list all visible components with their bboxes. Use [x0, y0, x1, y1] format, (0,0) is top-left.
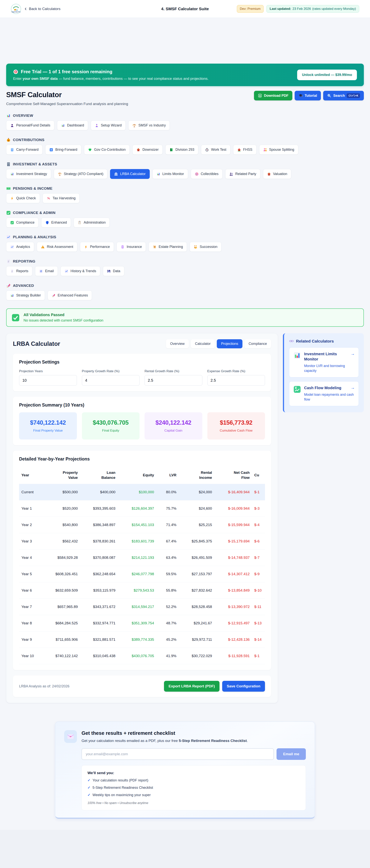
setting-input-property-growth-rate[interactable] — [82, 375, 140, 385]
couple-icon — [263, 148, 267, 152]
rocket-icon — [6, 283, 11, 288]
calculator-navigation: OVERVIEWPersonal/Fund DetailsDashboardSe… — [6, 113, 364, 300]
search-icon — [327, 93, 331, 98]
last-updated-badge: Last updated: 23 Feb 2026 (rates updated… — [266, 5, 359, 13]
save-configuration-button[interactable]: Save Configuration — [222, 681, 265, 692]
tutorial-button[interactable]: Tutorial — [295, 91, 321, 100]
stopwatch-icon — [205, 148, 209, 152]
svg-text:$: $ — [8, 140, 9, 142]
send-list-item: ✓Your calculation results (PDF report) — [88, 778, 300, 782]
check-icon: ✓ — [88, 778, 90, 782]
nav-item-tax-harvesting[interactable]: Tax Harvesting — [42, 193, 80, 203]
nav-item-succession[interactable]: Succession — [190, 242, 221, 252]
tab-overview[interactable]: Overview — [166, 339, 189, 348]
unlock-unlimited-button[interactable]: Unlock unlimited — $39.99/mo — [297, 70, 357, 80]
nav-item-performance[interactable]: Performance — [80, 242, 114, 252]
nav-item-valuation[interactable]: Valuation — [263, 169, 291, 179]
supercalc-logo-icon[interactable]: SuperCalc Pro — [11, 4, 21, 14]
summary-cumulative-cash-flow: $156,773.92Cumulative Cash Flow — [207, 412, 265, 439]
nav-item-carry-forward[interactable]: Carry-Forward — [6, 145, 42, 155]
bar-chart-icon — [156, 172, 160, 176]
projection-row-year-10: Year 10$740,122.142$310,045.438$430,076.… — [19, 648, 265, 664]
nav-item-bring-forward[interactable]: Bring-Forward — [45, 145, 81, 155]
nav-item-analytics[interactable]: Analytics — [6, 242, 34, 252]
nav-item-collectibles[interactable]: Collectibles — [191, 169, 223, 179]
setting-input-expense-growth-rate[interactable] — [207, 375, 265, 385]
person-icon — [10, 124, 14, 127]
nav-item-insurance[interactable]: Insurance — [117, 242, 146, 252]
nav-item-reports[interactable]: Reports — [6, 266, 32, 276]
email-input[interactable] — [82, 748, 274, 760]
last-updated-note: (rates updated every Monday) — [312, 7, 356, 11]
related-calculators-panel: Related Calculators Investment Limits Mo… — [283, 333, 364, 412]
nav-item-strategy-builder[interactable]: Strategy Builder — [6, 290, 45, 300]
nav-item-risk-assessment[interactable]: Risk Assessment — [37, 242, 77, 252]
projection-row-year-9: Year 9$711,655.906$321,881.571$389,774.3… — [19, 631, 265, 648]
validation-subtitle: No issues detected with current SMSF con… — [24, 318, 103, 322]
trial-title: Free Trial — 1 of 1 free session remaini… — [21, 69, 112, 74]
nav-item-history-trends[interactable]: History & Trends — [61, 266, 100, 276]
shield-icon — [45, 221, 49, 224]
back-link[interactable]: ‹ Back to Calculators — [25, 6, 61, 11]
projections-table: YearProperty ValueLoan BalanceEquityLVRR… — [19, 466, 265, 664]
nav-item-fhss[interactable]: FHSS — [233, 145, 256, 155]
nav-item-strategy-ato-compliant[interactable]: Strategy (ATO Compliant) — [54, 169, 107, 179]
nav-item-limits-monitor[interactable]: Limits Monitor — [152, 169, 188, 179]
export-report-button[interactable]: Export LRBA Report (PDF) — [164, 681, 219, 692]
nav-item-smsf-vs-industry[interactable]: SMSF vs Industry — [128, 121, 170, 130]
nav-item-estate-planning[interactable]: Estate Planning — [149, 242, 187, 252]
nav-section-heading: INVESTMENT & ASSETS — [6, 162, 364, 166]
tab-calculator[interactable]: Calculator — [191, 339, 215, 348]
col-loan-balance: Loan Balance — [80, 466, 118, 484]
love-letter-icon — [67, 733, 74, 740]
heart-green-icon — [88, 148, 92, 152]
nav-item-enhanced-features[interactable]: Enhanced Features — [48, 290, 92, 300]
family-icon — [194, 245, 197, 249]
nav-item-quick-check[interactable]: Quick Check — [6, 193, 40, 203]
nav-item-related-party[interactable]: Related Party — [225, 169, 260, 179]
arrow-right-icon: → — [351, 385, 355, 391]
house-green-icon — [237, 148, 241, 152]
wizard-icon — [95, 124, 99, 127]
nav-item-dashboard[interactable]: Dashboard — [57, 121, 88, 130]
nav-item-gov-co-contribution[interactable]: Gov Co-Contribution — [84, 145, 130, 155]
nav-item-spouse-splitting[interactable]: Spouse Splitting — [259, 145, 298, 155]
projection-row-year-1: Year 1$520,000$393,395.603$126,604.39775… — [19, 500, 265, 517]
chart-up-icon — [65, 269, 68, 273]
projection-row-year-2: Year 2$540,800$386,348.897$154,451.10371… — [19, 517, 265, 533]
setting-input-projection-years[interactable] — [19, 375, 77, 385]
nav-item-setup-wizard[interactable]: Setup Wizard — [91, 121, 126, 130]
nav-item-work-test[interactable]: Work Test — [201, 145, 230, 155]
col-equity: Equity — [118, 466, 156, 484]
nav-item-data[interactable]: Data — [103, 266, 124, 276]
setting-property-growth-rate: Property Growth Rate (%) — [82, 369, 140, 385]
tab-projections[interactable]: Projections — [217, 339, 242, 348]
calculator-footer: LRBA Analysis as of: 24/02/2026 Export L… — [13, 676, 271, 697]
nav-item-compliance[interactable]: Compliance — [6, 218, 38, 227]
tab-compliance[interactable]: Compliance — [244, 339, 271, 348]
nav-item-enhanced[interactable]: Enhanced — [41, 218, 71, 227]
col-property-value: Property Value — [42, 466, 80, 484]
projection-row-current: Current$500,000$400,000$100,00080.0%$24,… — [19, 484, 265, 500]
nav-section-heading: PLANNING & ANALYSIS — [6, 235, 364, 240]
nav-item-downsizer[interactable]: Downsizer — [132, 145, 163, 155]
nav-item-email[interactable]: @Email — [35, 266, 58, 276]
check-icon — [11, 313, 20, 322]
email-me-button[interactable]: Email me — [277, 748, 306, 760]
nav-item-personal-fund-details[interactable]: Personal/Fund Details — [6, 121, 54, 130]
nav-item-division-293[interactable]: Division 293 — [165, 145, 198, 155]
lightning-icon — [84, 245, 88, 249]
nav-item-lrba-calculator[interactable]: LRBA Calculator — [110, 169, 150, 179]
related-cash-flow-modeling[interactable]: ¥Cash Flow Modeling→Model loan repayment… — [289, 381, 359, 406]
download-icon — [258, 93, 262, 98]
nav-item-investment-strategy[interactable]: Investment Strategy — [6, 169, 51, 179]
check-icon — [10, 221, 14, 224]
search-button[interactable]: Search Ctrl+K — [323, 91, 364, 100]
nav-item-administration[interactable]: Administration — [73, 218, 110, 227]
setting-input-rental-growth-rate[interactable] — [145, 375, 202, 385]
nav-section-overview: OVERVIEWPersonal/Fund DetailsDashboardSe… — [6, 113, 364, 130]
at-icon: @ — [39, 269, 43, 273]
send-list-item: ✓Weekly tips on maximizing your super — [88, 793, 300, 797]
download-pdf-button[interactable]: Download PDF — [254, 91, 292, 100]
related-investment-limits-monitor[interactable]: Investment Limits Monitor→Monitor LVR an… — [289, 347, 359, 377]
